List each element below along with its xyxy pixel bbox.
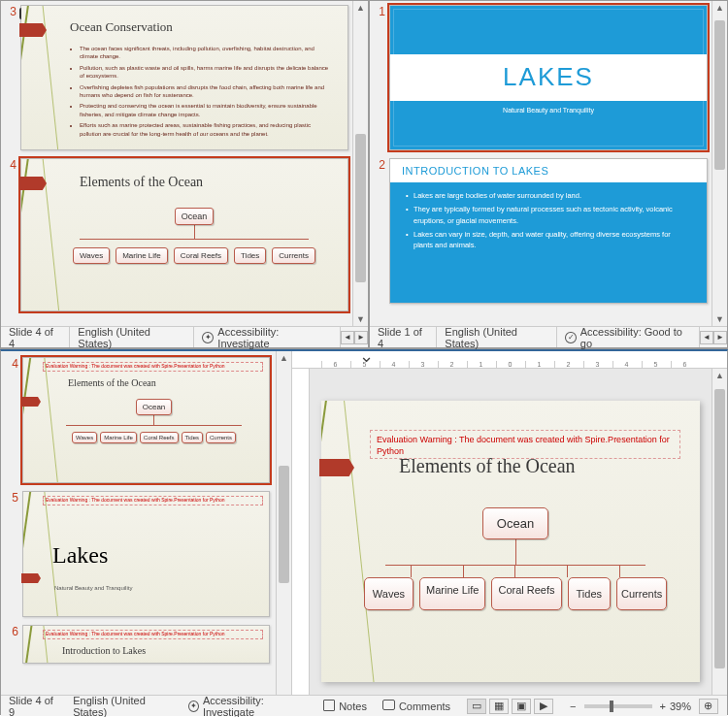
horizontal-scroll[interactable]: ◄► [700,331,727,344]
org-chart: Ocean Waves Marine Life Coral Reefs Tide… [60,208,328,264]
slide-title: Elements of the Ocean [68,377,156,388]
notes-button[interactable]: Notes [315,696,375,716]
org-root[interactable]: Ocean [482,507,548,539]
zoom-in-button[interactable]: + [660,701,666,712]
reading-view-button[interactable]: ▣ [512,699,531,714]
status-bar: Slide 4 of 4 English (United States) ✦Ac… [1,326,368,347]
accessibility-icon: ✦ [202,332,214,343]
slide-title: Elements of the Ocean [80,175,203,190]
zoom-control[interactable]: − + 39% ⊕ [562,696,727,716]
scroll-down-icon[interactable]: ▼ [713,312,726,326]
scroll-up-icon[interactable]: ▲ [354,1,367,15]
slide-number: 4 [5,158,20,311]
vertical-scrollbar[interactable]: ▲ ▼ [711,369,727,714]
vertical-scrollbar[interactable]: ▲ ▼ [276,351,291,714]
slide-number: 6 [7,625,22,664]
slide-title: INTRODUCTION TO LAKES [390,159,707,182]
slideshow-button[interactable]: ▶ [534,699,553,714]
scroll-up-icon[interactable]: ▲ [278,351,290,365]
slide-counter[interactable]: Slide 4 of 4 [1,327,70,347]
comments-button[interactable]: Comments [375,696,458,716]
slide-number: 1 [374,5,389,150]
language-selector[interactable]: English (United States) [65,696,181,716]
slide-number: 5 [7,491,22,617]
ribbon-decoration-icon [19,177,47,190]
accessibility-icon: ✓ [565,332,576,343]
slide-editor[interactable]: Evaluation Warning : The document was cr… [310,369,711,714]
slide-bullets: Lakes are large bodies of water surround… [390,182,707,261]
vertical-scrollbar[interactable]: ▲ ▼ [352,1,368,326]
slide-bullets: The ocean faces significant threats, inc… [80,45,334,138]
vertical-ruler [292,369,310,714]
slide-number: 4 [7,357,22,483]
accessibility-status[interactable]: ✓Accessibility: Good to go [557,327,700,347]
ribbon-decoration-icon [19,23,47,37]
fit-to-window-button[interactable]: ⊕ [699,699,718,714]
zoom-level[interactable]: 39% [670,701,691,712]
current-slide[interactable]: Evaluation Warning : The document was cr… [321,401,700,682]
subtitle: Natural Beauty and Tranquility [54,585,132,591]
slide-number: 3 [5,5,20,150]
slide-title: Ocean Conservation [70,19,173,35]
org-child[interactable]: Waves [364,577,414,610]
accessibility-icon: ✦ [188,701,199,712]
ribbon-decoration-icon [21,573,41,583]
zoom-slider[interactable] [584,704,652,708]
slide-counter[interactable]: Slide 1 of 4 [370,327,437,347]
horizontal-ruler: 6543210123456 [292,351,727,369]
thumbnail-slide-5[interactable]: 5 Evaluation Warning : The document was … [7,491,270,617]
slide-number: 2 [374,158,389,304]
evaluation-warning: Evaluation Warning : The document was cr… [43,630,263,639]
org-child[interactable]: Tides [568,577,612,610]
vertical-scrollbar[interactable]: ▲ ▼ [711,1,727,326]
accessibility-status[interactable]: ✦Accessibility: Investigate [194,327,341,347]
horizontal-scroll[interactable]: ◄► [341,331,368,344]
status-bar: Slide 4 of 9 English (United States) ✦Ac… [1,695,727,716]
title-band: LAKES [390,54,707,100]
org-child[interactable]: Marine Life [419,577,485,610]
merge-arrow-icon: ⌄ [359,345,374,367]
accessibility-status[interactable]: ✦Accessibility: Investigate [181,696,315,716]
thumbnail-slide-2[interactable]: 2 INTRODUCTION TO LAKES Lakes are large … [374,158,708,304]
thumbnail-slide-3[interactable]: 3 Ocean Conservation The ocean faces sig… [5,5,348,150]
thumbnail-slide-6[interactable]: 6 Evaluation Warning : The document was … [7,625,270,664]
org-chart[interactable]: Ocean Waves Marine Life Coral Reefs Tide… [360,507,671,610]
language-selector[interactable]: English (United States) [437,327,557,347]
scroll-down-icon[interactable]: ▼ [354,312,367,326]
thumbnail-slide-1[interactable]: 1 LAKES Natural Beauty and Tranquility [374,5,708,150]
scroll-up-icon[interactable]: ▲ [713,369,726,382]
scroll-up-icon[interactable]: ▲ [713,1,726,15]
ribbon-decoration-icon [319,459,354,476]
org-child[interactable]: Currents [616,577,667,610]
slide-title: Lakes [52,542,108,569]
org-chart: Ocean Waves Marine Life Coral Reefs Tide… [52,399,255,443]
slide-title: Introduction to Lakes [62,645,146,656]
slide-sorter-button[interactable]: ▦ [489,699,509,714]
zoom-out-button[interactable]: − [570,701,576,712]
thumbnail-slide-4[interactable]: 4 Elements of the Ocean Ocean Waves Mari… [5,158,348,311]
evaluation-warning: Evaluation Warning : The document was cr… [43,496,263,505]
status-bar: Slide 1 of 4 English (United States) ✓Ac… [370,326,727,347]
org-child[interactable]: Coral Reefs [491,577,561,610]
thumbnail-slide-4[interactable]: 4 Evaluation Warning : The document was … [7,357,270,483]
ribbon-decoration-icon [21,397,41,407]
subtitle: Natural Beauty and Tranquility [390,107,707,114]
evaluation-warning: Evaluation Warning : The document was cr… [43,362,263,372]
normal-view-button[interactable]: ▭ [467,699,486,714]
comments-icon [382,700,395,712]
slide-title[interactable]: Elements of the Ocean [399,455,576,477]
language-selector[interactable]: English (United States) [70,327,194,347]
slide-counter[interactable]: Slide 4 of 9 [1,696,65,716]
notes-icon [323,700,335,713]
